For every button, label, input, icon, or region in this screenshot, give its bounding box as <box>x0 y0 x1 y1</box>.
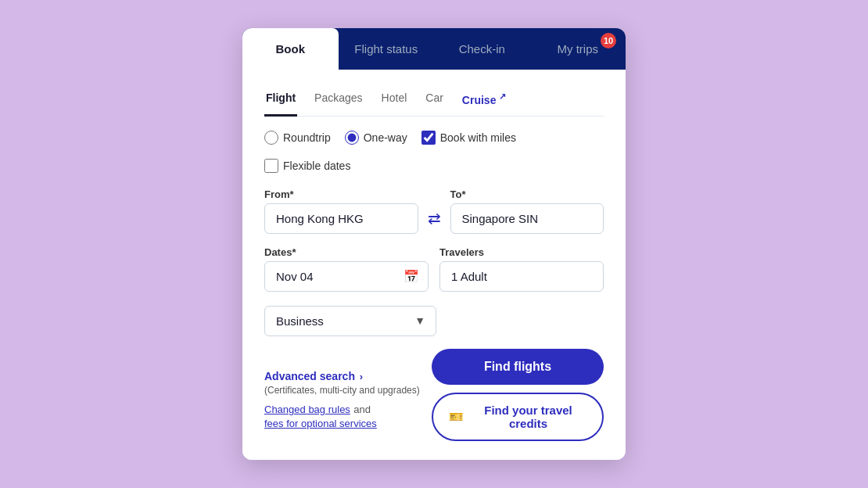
dates-travelers-row: Dates* 📅 Travelers <box>264 246 604 292</box>
travelers-input[interactable] <box>439 261 604 292</box>
changed-bag-rules-link[interactable]: Changed bag rules <box>264 404 350 415</box>
bottom-right: Find flights 🎫 Find your travel credits <box>432 349 604 441</box>
travelers-label: Travelers <box>439 246 604 258</box>
to-field-group: To* <box>450 188 604 234</box>
dates-field-group: Dates* 📅 <box>264 246 429 292</box>
cabin-select-wrapper: Economy Business First Class Premium Eco… <box>264 306 436 336</box>
roundtrip-option[interactable]: Roundtrip <box>264 131 331 145</box>
travelers-field-group: Travelers <box>439 246 604 292</box>
and-text: and <box>353 404 371 415</box>
to-input[interactable] <box>450 203 604 234</box>
subtab-car[interactable]: Car <box>424 85 445 117</box>
my-trips-badge: 10 <box>601 33 616 48</box>
card-body: Flight Packages Hotel Car Cruise ↗ Round… <box>242 70 626 460</box>
roundtrip-radio[interactable] <box>264 131 278 145</box>
from-input[interactable] <box>264 203 418 234</box>
subtab-packages[interactable]: Packages <box>313 85 364 117</box>
oneway-option[interactable]: One-way <box>345 131 407 145</box>
fees-optional-services-link[interactable]: fees for optional services <box>264 418 377 429</box>
nav-tabs: Book Flight status Check-in My trips 10 <box>242 28 626 70</box>
tab-flight-status[interactable]: Flight status <box>339 28 435 70</box>
subtab-flight[interactable]: Flight <box>264 85 297 117</box>
book-with-miles-checkbox[interactable] <box>421 131 436 145</box>
tab-check-in[interactable]: Check-in <box>434 28 530 70</box>
advanced-search-row: Advanced search › (Certificates, multi-c… <box>264 369 432 396</box>
flexible-dates-option[interactable]: Flexible dates <box>264 159 350 173</box>
book-with-miles-option[interactable]: Book with miles <box>421 131 516 145</box>
swap-button[interactable]: ⇄ <box>426 209 443 228</box>
from-field-group: From* <box>264 188 418 234</box>
subtab-hotel[interactable]: Hotel <box>380 85 409 117</box>
chevron-right-icon: › <box>360 371 363 382</box>
tab-my-trips[interactable]: My trips 10 <box>530 28 626 70</box>
swap-icon: ⇄ <box>428 209 441 228</box>
flexible-dates-checkbox[interactable] <box>264 159 278 173</box>
advanced-search-sub: (Certificates, multi-city and upgrades) <box>264 385 432 396</box>
search-options: Roundtrip One-way Book with miles Flexib… <box>264 131 604 173</box>
date-input-wrapper: 📅 <box>264 261 429 292</box>
cabin-class-select[interactable]: Economy Business First Class Premium Eco… <box>264 306 436 336</box>
booking-card: Book Flight status Check-in My trips 10 … <box>242 28 626 460</box>
external-link-icon: ↗ <box>499 92 506 101</box>
dates-label: Dates* <box>264 246 429 258</box>
from-label: From* <box>264 188 418 200</box>
advanced-search-link[interactable]: Advanced search › <box>264 370 363 382</box>
sub-tabs: Flight Packages Hotel Car Cruise ↗ <box>264 85 604 117</box>
dates-input[interactable] <box>264 261 429 292</box>
credits-icon: 🎫 <box>449 410 464 424</box>
from-to-row: From* ⇄ To* <box>264 188 604 234</box>
subtab-cruise[interactable]: Cruise ↗ <box>461 85 508 117</box>
bottom-left: Advanced search › (Certificates, multi-c… <box>264 369 432 441</box>
oneway-radio[interactable] <box>345 131 359 145</box>
bottom-section: Advanced search › (Certificates, multi-c… <box>264 349 604 441</box>
cabin-class-row: Economy Business First Class Premium Eco… <box>264 306 604 336</box>
find-travel-credits-button[interactable]: 🎫 Find your travel credits <box>432 393 604 441</box>
tab-book[interactable]: Book <box>242 28 339 70</box>
to-label: To* <box>450 188 604 200</box>
find-flights-button[interactable]: Find flights <box>432 349 604 385</box>
links-row: Changed bag rules and fees for optional … <box>264 402 432 430</box>
